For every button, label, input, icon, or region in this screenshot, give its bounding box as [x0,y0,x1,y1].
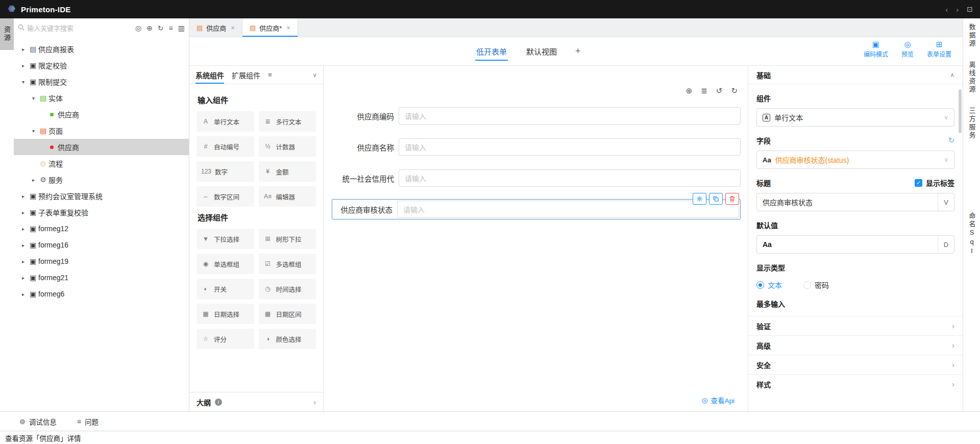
expand-arrow-icon[interactable]: ▸ [19,291,28,297]
settings-button[interactable] [693,193,706,205]
palette-item-tree-dropdown[interactable]: ⊞树形下拉 [259,229,316,249]
expand-arrow-icon[interactable]: ▸ [19,242,28,248]
expand-arrow-icon[interactable]: ▾ [29,95,38,101]
refresh-icon[interactable]: ↻ [158,24,164,32]
tree-item[interactable]: ▾▤页面 [14,122,189,139]
tree-item[interactable]: ▸▤供应商报表 [14,41,189,57]
expand-arrow-icon[interactable]: ▸ [29,177,38,183]
palette-item-number[interactable]: 123数字 [197,161,254,182]
title-input[interactable] [763,198,934,206]
palette-item-counter[interactable]: ½计数器 [259,136,316,157]
code-mode-button[interactable]: ▣编码模式 [864,40,888,58]
expand-arrow-icon[interactable]: ▸ [19,63,28,68]
palette-item-single-line-text[interactable]: A单行文本 [197,111,254,132]
palette-collapse-icon[interactable]: ∨ [312,71,317,79]
expand-arrow-icon[interactable]: ▸ [19,275,28,281]
tab-system-components[interactable]: 系统组件 [195,66,224,84]
palette-item-dropdown[interactable]: ▼下拉选择 [197,229,254,249]
right-strip-item[interactable]: 三方服务 [967,107,976,140]
palette-item-date-picker[interactable]: ▦日期选择 [197,304,254,324]
ai-assistant-icon[interactable]: ◎ [135,24,141,32]
outline-bar[interactable]: 大纲 i › [189,392,323,411]
tree-item[interactable]: ▸▣预约会议室管理系统 [14,188,189,204]
expand-arrow-icon[interactable]: ▾ [19,79,28,85]
palette-item-editor[interactable]: A≡编辑器 [259,186,316,207]
sort-icon[interactable]: ≡ [169,24,173,32]
tree-item[interactable]: ▸▣formeg19 [14,253,189,269]
close-icon[interactable]: × [231,24,235,32]
save-layout-icon[interactable]: ⊡ [967,5,973,13]
tree-item[interactable]: ▸▣formeg21 [14,269,189,286]
search-input[interactable] [27,24,93,32]
props-header[interactable]: 基础 ∧ [748,66,963,84]
form-settings-button[interactable]: ⊞表单设置 [927,40,951,58]
palette-item-switch[interactable]: ◐开关 [197,279,254,299]
tree-item[interactable]: ▸▣子表单重复校验 [14,204,189,220]
bottom-tab[interactable]: ⊚调试信息 [19,416,57,427]
redo-icon[interactable]: ↻ [731,86,738,95]
display-type-radio[interactable]: 密码 [803,280,829,290]
field-select[interactable]: Aa 供应商审核状态(status) ∨ [756,151,954,169]
close-icon[interactable]: × [286,24,290,32]
palette-item-radio-group[interactable]: ◉单选框组 [197,254,254,274]
tree-item[interactable]: ▸▣formeg6 [14,286,189,302]
view-api-link[interactable]: ◎ 查看Api [702,395,734,405]
outline-tree-icon[interactable]: ≣ [701,86,707,95]
tree-item[interactable]: ▸▣限定校验 [14,57,189,73]
props-collapsed-section[interactable]: 验证› [748,316,963,335]
form-field-row[interactable]: 供应商审核状态请输入 [332,199,741,219]
doc-tab[interactable]: ▤供应商× [189,18,242,37]
tree-item[interactable]: ▾▣限制提交 [14,73,189,90]
undo-icon[interactable]: ↺ [716,86,723,95]
show-label-checkbox[interactable]: ✓ 显示标签 [915,178,954,188]
title-variable-button[interactable]: V [938,193,954,211]
palette-item-currency[interactable]: ¥金额 [259,161,316,182]
tree-item[interactable]: ◇流程 [14,155,189,171]
palette-item-number-range[interactable]: ⇔数字区间 [197,186,254,207]
palette-item-rating[interactable]: ☆评分 [197,329,254,349]
right-strip-item[interactable]: 命名Sql [967,212,976,256]
tree-item[interactable]: 供应商 [14,139,189,155]
new-resource-icon[interactable]: ⊕ [146,24,153,32]
display-type-radio[interactable]: 文本 [756,280,782,290]
props-collapsed-section[interactable]: 样式› [748,374,963,393]
nav-forward-icon[interactable]: › [956,5,959,14]
component-select[interactable]: A 单行文本 ∨ [756,108,954,127]
doc-tab[interactable]: ▤供应商*× [242,18,298,37]
field-input[interactable]: 请输入 [399,138,741,156]
palette-item-multi-line-text[interactable]: ≣多行文本 [259,111,316,132]
bottom-tab[interactable]: ≡问题 [77,416,99,427]
default-value-input[interactable] [780,240,934,249]
tree-item[interactable]: ▸▣formeg12 [14,220,189,237]
resource-strip-tab[interactable]: 资源 [0,18,14,50]
expand-arrow-icon[interactable]: ▸ [19,193,28,199]
tree-item[interactable]: 供应商 [14,106,189,122]
nav-back-icon[interactable]: ‹ [945,5,948,14]
palette-item-color-picker[interactable]: ◑颜色选择 [259,329,316,349]
palette-item-auto-number[interactable]: #自动编号 [197,136,254,157]
delete-button[interactable] [725,193,739,205]
expand-arrow-icon[interactable]: ▾ [29,128,38,134]
tree-item[interactable]: ▸▣formeg16 [14,237,189,253]
right-strip-item[interactable]: 离线资源 [967,61,976,94]
add-view-button[interactable]: + [575,46,581,57]
palette-item-checkbox-group[interactable]: ☑多选框组 [259,254,316,274]
copy-button[interactable] [709,193,723,205]
preview-button[interactable]: ◎预览 [901,40,914,58]
field-input[interactable]: 请输入 [397,201,739,218]
expand-arrow-icon[interactable]: ▸ [19,210,28,215]
tab-extension-components[interactable]: 扩展组件 [232,66,260,84]
view-tab[interactable]: 默认视图 [525,44,558,59]
expand-arrow-icon[interactable]: ▸ [19,46,28,52]
i18n-icon[interactable]: ⊕ [686,86,693,95]
default-dynamic-button[interactable]: D [938,236,954,253]
props-scrollbar-thumb[interactable] [959,89,962,133]
expand-arrow-icon[interactable]: ▸ [19,226,28,232]
field-input[interactable]: 请输入 [399,169,741,187]
palette-item-time-picker[interactable]: ◷时间选择 [259,279,316,299]
props-collapsed-section[interactable]: 高级› [748,335,963,355]
palette-menu-icon[interactable]: ≡ [268,71,272,79]
props-collapsed-section[interactable]: 安全› [748,355,963,374]
sync-fields-icon[interactable]: ↻ [948,136,954,145]
panel-layout-icon[interactable]: ▥ [178,24,185,32]
